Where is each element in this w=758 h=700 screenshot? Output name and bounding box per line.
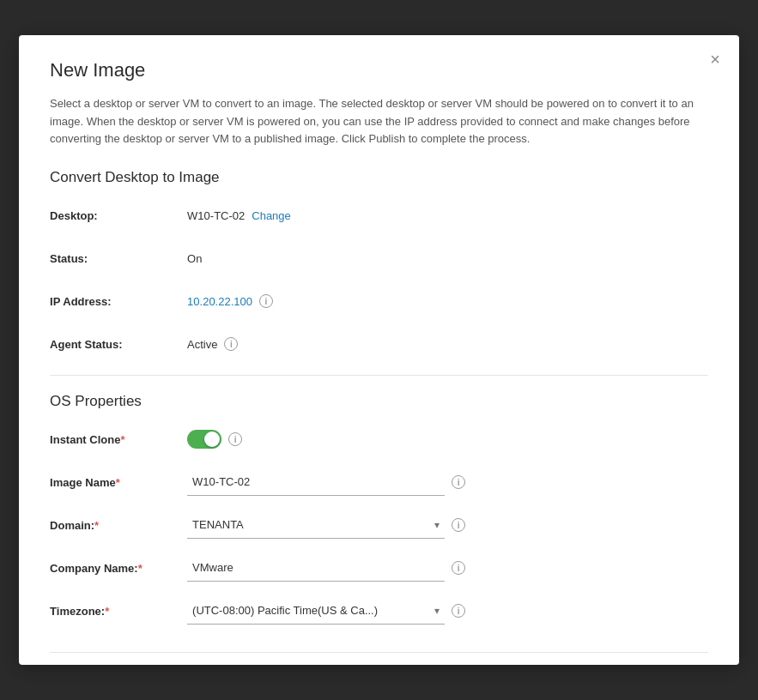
timezone-label: Timezone:* (50, 605, 187, 618)
agent-info-icon[interactable]: i (224, 337, 238, 351)
agent-field-row: Agent Status: Active i (50, 330, 708, 358)
modal-description: Select a desktop or server VM to convert… (50, 95, 708, 148)
company-label: Company Name:* (50, 562, 187, 575)
image-name-value-group: i (187, 468, 708, 496)
instant-clone-toggle[interactable] (187, 430, 221, 449)
image-name-label: Image Name* (50, 476, 187, 489)
ip-value[interactable]: 10.20.22.100 (187, 295, 252, 308)
agent-value-group: Active i (187, 337, 708, 351)
desktop-field-row: Desktop: W10-TC-02 Change (50, 202, 708, 229)
domain-info-icon[interactable]: i (452, 518, 465, 532)
section1-title: Convert Desktop to Image (50, 169, 708, 186)
agent-value: Active (187, 338, 217, 351)
timezone-field-row: Timezone:* (UTC-08:00) Pacific Time(US &… (50, 597, 708, 625)
status-value: On (187, 252, 202, 265)
desktop-label: Desktop: (50, 209, 187, 222)
instant-clone-value-group: i (187, 430, 708, 449)
company-info-icon[interactable]: i (452, 561, 465, 575)
image-name-info-icon[interactable]: i (452, 475, 465, 489)
ip-value-group: 10.20.22.100 i (187, 294, 708, 308)
domain-input-group: TENANTA TENANTB ▾ i (187, 511, 465, 539)
company-field-row: Company Name:* i (50, 554, 708, 582)
image-name-field-row: Image Name* i (50, 468, 708, 496)
toggle-wrapper (187, 430, 221, 449)
image-name-input[interactable] (187, 468, 445, 496)
modal-overlay: × New Image Select a desktop or server V… (0, 0, 758, 700)
status-label: Status: (50, 252, 187, 265)
image-name-input-group: i (187, 468, 465, 496)
status-value-group: On (187, 252, 708, 265)
section2-title: OS Properties (50, 393, 708, 410)
domain-select-wrapper: TENANTA TENANTB ▾ (187, 511, 445, 539)
modal-footer: CANCEL PUBLISH (50, 652, 708, 665)
domain-value-group: TENANTA TENANTB ▾ i (187, 511, 708, 539)
domain-select[interactable]: TENANTA TENANTB (187, 511, 445, 539)
agent-label: Agent Status: (50, 338, 187, 351)
timezone-value-group: (UTC-08:00) Pacific Time(US & Ca...) (UT… (187, 597, 708, 625)
company-input-group: i (187, 554, 465, 582)
domain-label: Domain:* (50, 519, 187, 532)
ip-field-row: IP Address: 10.20.22.100 i (50, 287, 708, 315)
status-field-row: Status: On (50, 244, 708, 272)
company-value-group: i (187, 554, 708, 582)
desktop-value-group: W10-TC-02 Change (187, 209, 708, 222)
ip-label: IP Address: (50, 295, 187, 308)
domain-field-row: Domain:* TENANTA TENANTB ▾ i (50, 511, 708, 539)
section-divider (50, 375, 708, 376)
ip-info-icon[interactable]: i (259, 294, 273, 308)
desktop-change-link[interactable]: Change (252, 209, 291, 222)
company-name-input[interactable] (187, 554, 445, 582)
timezone-info-icon[interactable]: i (452, 604, 465, 618)
instant-clone-info-icon[interactable]: i (228, 432, 242, 446)
new-image-modal: × New Image Select a desktop or server V… (19, 35, 739, 665)
modal-title: New Image (50, 59, 708, 81)
instant-clone-field-row: Instant Clone* i (50, 425, 708, 453)
desktop-value: W10-TC-02 (187, 209, 245, 222)
instant-clone-label: Instant Clone* (50, 433, 187, 446)
close-button[interactable]: × (710, 51, 720, 68)
timezone-select[interactable]: (UTC-08:00) Pacific Time(US & Ca...) (UT… (187, 597, 445, 625)
timezone-select-wrapper: (UTC-08:00) Pacific Time(US & Ca...) (UT… (187, 597, 445, 625)
timezone-input-group: (UTC-08:00) Pacific Time(US & Ca...) (UT… (187, 597, 465, 625)
